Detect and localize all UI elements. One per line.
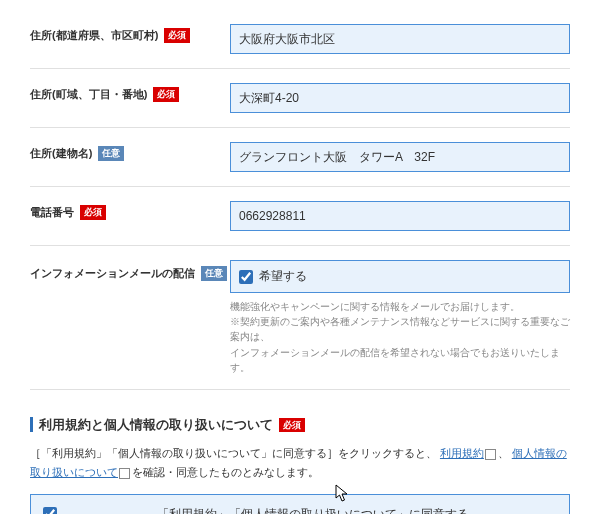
field-phone [230,201,570,231]
row-infomail: インフォメーションメールの配信 任意 希望する 機能強化やキャンペーンに関する情… [30,246,570,390]
infomail-checkbox[interactable] [239,270,253,284]
row-address3: 住所(建物名) 任意 [30,128,570,187]
badge-any: 任意 [201,266,227,281]
external-link-icon [120,469,129,478]
field-address1 [230,24,570,54]
field-infomail: 希望する 機能強化やキャンペーンに関する情報をメールでお届けします。 ※契約更新… [230,260,570,375]
badge-required: 必須 [279,418,305,433]
label-text: 住所(都道府県、市区町村) [30,28,158,43]
label-address1: 住所(都道府県、市区町村) 必須 [30,24,230,43]
agree-label: 「利用規約」「個人情報の取り扱いについて」に同意する [69,507,557,514]
agree-checkbox[interactable] [43,507,57,514]
infomail-checkbox-box[interactable]: 希望する [230,260,570,293]
label-phone: 電話番号 必須 [30,201,230,220]
terms-desc-after: を確認・同意したものとみなします。 [132,466,319,478]
agree-box[interactable]: 「利用規約」「個人情報の取り扱いについて」に同意する [30,494,570,514]
note-line2: ※契約更新のご案内や各種メンテナンス情報などサービスに関する重要なご案内は、 [230,314,570,344]
label-infomail: インフォメーションメールの配信 任意 [30,260,230,281]
infomail-note: 機能強化やキャンペーンに関する情報をメールでお届けします。 ※契約更新のご案内や… [230,299,570,375]
input-address1[interactable] [230,24,570,54]
input-address2[interactable] [230,83,570,113]
badge-required: 必須 [164,28,190,43]
row-phone: 電話番号 必須 [30,187,570,246]
terms-section-heading: 利用規約と個人情報の取り扱いについて 必須 [30,416,570,434]
label-address3: 住所(建物名) 任意 [30,142,230,161]
row-address2: 住所(町域、丁目・番地) 必須 [30,69,570,128]
section-bar-icon [30,417,33,432]
label-text: 住所(町域、丁目・番地) [30,87,147,102]
note-line3: インフォメーションメールの配信を希望されない場合でもお送りいたします。 [230,345,570,375]
terms-desc-sep: 、 [498,447,509,459]
terms-description: ［「利用規約」「個人情報の取り扱いについて」に同意する］をクリックすると、 利用… [30,444,570,482]
note-line1: 機能強化やキャンペーンに関する情報をメールでお届けします。 [230,299,570,314]
terms-desc-before: ［「利用規約」「個人情報の取り扱いについて」に同意する］をクリックすると、 [30,447,437,459]
badge-any: 任意 [98,146,124,161]
external-link-icon [486,450,495,459]
link-terms-of-use[interactable]: 利用規約 [440,447,484,459]
label-text: インフォメーションメールの配信 [30,266,195,281]
label-address2: 住所(町域、丁目・番地) 必須 [30,83,230,102]
input-phone[interactable] [230,201,570,231]
badge-required: 必須 [153,87,179,102]
label-text: 電話番号 [30,205,74,220]
row-address1: 住所(都道府県、市区町村) 必須 [30,10,570,69]
field-address2 [230,83,570,113]
input-address3[interactable] [230,142,570,172]
infomail-checkbox-label: 希望する [259,268,307,285]
section-title-text: 利用規約と個人情報の取り扱いについて [39,416,273,434]
label-text: 住所(建物名) [30,146,92,161]
badge-required: 必須 [80,205,106,220]
field-address3 [230,142,570,172]
